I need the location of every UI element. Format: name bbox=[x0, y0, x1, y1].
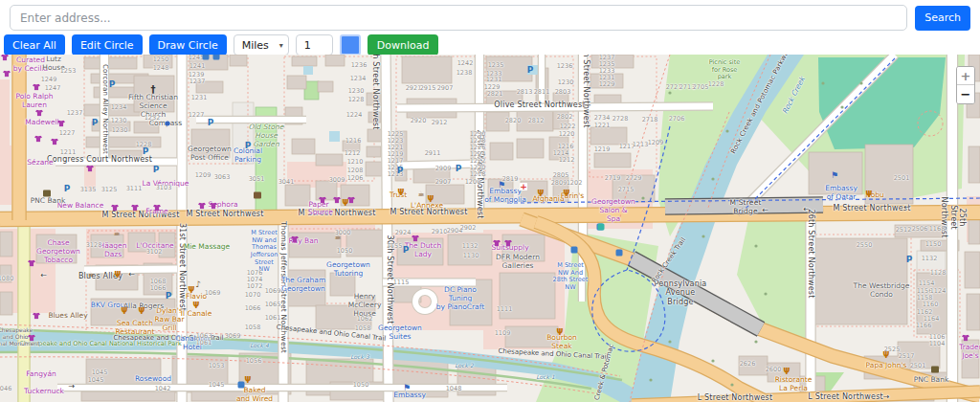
draw-circle-button[interactable]: Draw Circle bbox=[149, 34, 227, 56]
zoom-control: + − bbox=[956, 66, 975, 104]
search-button[interactable]: Search bbox=[915, 6, 970, 31]
address-bar: Search bbox=[0, 0, 980, 34]
address-input[interactable] bbox=[10, 5, 907, 31]
map-canvas[interactable]: M Street NorthwestM Street NorthwestM St… bbox=[0, 55, 980, 402]
unit-select-value: Miles bbox=[242, 39, 269, 52]
zoom-out-button[interactable]: − bbox=[957, 85, 974, 103]
download-button[interactable]: Download bbox=[368, 34, 439, 56]
zoom-in-button[interactable]: + bbox=[957, 67, 974, 85]
clear-all-button[interactable]: Clear All bbox=[4, 34, 65, 56]
edit-circle-button[interactable]: Edit Circle bbox=[72, 34, 143, 56]
map-graphics bbox=[0, 55, 980, 402]
circle-color-swatch[interactable] bbox=[340, 34, 361, 56]
chevron-down-icon: ▾ bbox=[279, 41, 283, 50]
radius-input[interactable] bbox=[296, 34, 333, 56]
unit-select[interactable]: Miles ▾ bbox=[234, 34, 289, 56]
map-application: Search Clear All Edit Circle Draw Circle… bbox=[0, 0, 980, 402]
